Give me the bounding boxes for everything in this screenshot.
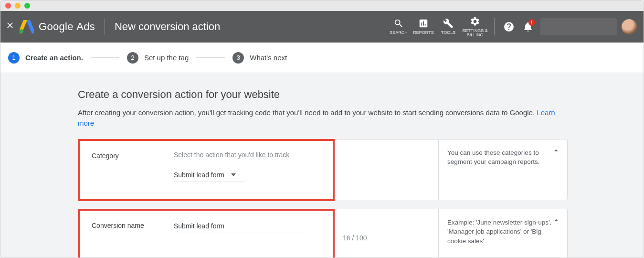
step-connector (91, 57, 119, 58)
header-tools: SEARCH REPORTS TOOLS SETTINGS & BILLING … (386, 11, 644, 43)
help-button[interactable] (499, 17, 518, 36)
mac-minimize-icon[interactable] (15, 3, 21, 9)
product-logo-group: Google Ads (20, 20, 95, 33)
page-title: New conversion action (115, 21, 220, 33)
chevron-up-icon (552, 146, 560, 155)
avatar[interactable] (622, 19, 637, 34)
conversion-name-card: Conversion name 16 / 100 Example: 'June … (78, 209, 568, 258)
card-left: Conversion name (78, 209, 335, 258)
step-connector (196, 57, 225, 58)
reports-button[interactable]: REPORTS (411, 18, 436, 35)
tools-label: TOOLS (441, 31, 455, 35)
tools-button[interactable]: TOOLS (436, 18, 461, 35)
step-2[interactable]: 2 Set up the tag (127, 52, 189, 64)
main-content: Create a conversion action for your webs… (0, 73, 568, 258)
search-button[interactable]: SEARCH (386, 18, 411, 35)
app-header: Google Ads New conversion action SEARCH … (0, 11, 644, 43)
step-1[interactable]: 1 Create an action. (8, 52, 83, 64)
step-number: 2 (127, 52, 138, 64)
settings-billing-button[interactable]: SETTINGS & BILLING (461, 16, 489, 38)
help-text: Example: 'June newsletter sign-ups', 'Ma… (447, 219, 551, 245)
mac-titlebar (0, 0, 644, 11)
section-description: After creating your conversion action, y… (78, 108, 560, 129)
collapse-button[interactable] (552, 216, 560, 227)
help-text: You can use these categories to segment … (447, 149, 540, 166)
description-text: After creating your conversion action, y… (78, 108, 537, 117)
tools-icon (443, 18, 454, 29)
collapse-button[interactable] (552, 146, 560, 158)
step-number: 3 (232, 52, 244, 64)
field-label-category: Category (92, 151, 174, 185)
card-help-panel: Example: 'June newsletter sign-ups', 'Ma… (438, 209, 567, 258)
section-title: Create a conversion action for your webs… (78, 88, 568, 101)
step-number: 1 (8, 52, 20, 64)
product-name: Google Ads (39, 21, 95, 33)
category-card: Category Select the action that you'd li… (78, 139, 568, 200)
reports-icon (418, 18, 429, 29)
reports-label: REPORTS (413, 31, 433, 35)
step-label: Set up the tag (144, 54, 189, 62)
step-label: Create an action. (25, 54, 83, 62)
notifications-button[interactable]: ! (518, 17, 538, 36)
card-middle (335, 140, 438, 200)
settings-label: SETTINGS & BILLING (461, 29, 489, 38)
char-counter: 16 / 100 (343, 234, 367, 242)
card-left: Category Select the action that you'd li… (78, 140, 335, 200)
account-selector[interactable] (540, 18, 617, 35)
product-name-first: Google (39, 21, 74, 32)
mac-close-icon[interactable] (5, 3, 11, 9)
field-label-conversion-name: Conversion name (92, 221, 174, 247)
step-3[interactable]: 3 What's next (232, 52, 287, 64)
step-label: What's next (250, 54, 287, 62)
search-label: SEARCH (390, 31, 408, 35)
close-button[interactable] (0, 21, 20, 33)
search-icon (393, 18, 404, 29)
divider (105, 19, 105, 35)
dropdown-value: Submit lead form (174, 171, 224, 179)
help-icon (503, 21, 515, 32)
divider (494, 18, 495, 35)
card-help-panel: You can use these categories to segment … (438, 140, 567, 200)
chevron-up-icon (552, 216, 560, 225)
field-hint: Select the action that you'd like to tra… (174, 151, 322, 159)
ads-logo-icon (20, 20, 34, 33)
caret-down-icon (231, 172, 236, 177)
notification-badge: ! (528, 19, 535, 26)
gear-icon (470, 16, 480, 27)
mac-zoom-icon[interactable] (24, 3, 30, 9)
stepper: 1 Create an action. 2 Set up the tag 3 W… (0, 43, 644, 73)
category-dropdown[interactable]: Submit lead form (174, 169, 245, 182)
product-name-second: Ads (76, 21, 95, 32)
conversion-name-input[interactable] (174, 221, 307, 233)
card-middle: 16 / 100 (335, 209, 438, 258)
